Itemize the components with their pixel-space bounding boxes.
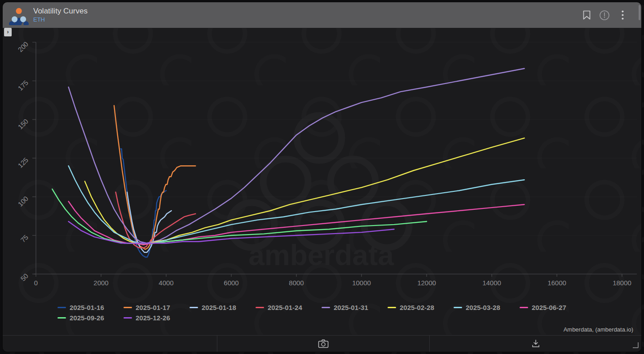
- legend-swatch: [322, 307, 330, 308]
- legend-item-2025-01-31[interactable]: 2025-01-31: [322, 302, 388, 313]
- legend-item-2025-09-26[interactable]: 2025-09-26: [57, 313, 124, 323]
- x-tick-label: 14000: [482, 279, 501, 287]
- bookmark-button[interactable]: [578, 6, 595, 24]
- header-titles: Volatility Curves ETH: [33, 7, 88, 23]
- y-tick-label: 75: [19, 233, 30, 244]
- watermark-text: amberdata: [248, 239, 394, 271]
- legend-label: 2025-03-28: [466, 304, 500, 311]
- legend-swatch: [124, 317, 132, 319]
- legend-label: 2025-01-31: [334, 304, 368, 311]
- x-tick-label: 16000: [547, 279, 566, 287]
- alert-button[interactable]: [595, 6, 613, 24]
- card-header: Volatility Curves ETH: [3, 2, 641, 28]
- x-tick-label: 4000: [159, 279, 173, 287]
- toolbar-cell-empty[interactable]: [3, 336, 217, 352]
- x-tick-label: 12000: [417, 279, 436, 287]
- chart-card: Volatility Curves ETH: [3, 2, 641, 352]
- amberdata-logo-icon: [9, 5, 29, 25]
- y-tick-label: 100: [16, 195, 30, 208]
- legend-item-2025-01-16[interactable]: 2025-01-16: [57, 302, 124, 313]
- legend-label: 2025-02-28: [400, 304, 434, 311]
- legend-swatch: [454, 307, 462, 308]
- x-tick-label: 8000: [289, 279, 304, 287]
- legend-label: 2025-01-24: [268, 304, 302, 311]
- watermark: amberdata: [229, 115, 409, 271]
- download-button[interactable]: [429, 336, 641, 352]
- y-tick-label: 200: [16, 40, 30, 53]
- legend-item-2025-06-27[interactable]: 2025-06-27: [520, 302, 586, 313]
- legend-label: 2025-09-26: [70, 314, 104, 322]
- scrollbar-thumb[interactable]: [639, 5, 640, 20]
- legend-swatch: [57, 317, 66, 319]
- page-title: Volatility Curves: [33, 7, 88, 16]
- x-tick-label: 10000: [352, 279, 371, 287]
- attribution-text: Amberdata, (amberdata.io): [564, 326, 633, 333]
- legend-item-2025-01-17[interactable]: 2025-01-17: [124, 302, 190, 313]
- legend-label: 2025-01-16: [70, 304, 104, 311]
- legend-label: 2025-06-27: [532, 304, 566, 311]
- legend-label: 2025-01-17: [136, 304, 170, 311]
- x-tick-label: 6000: [224, 279, 238, 287]
- bottom-toolbar: [3, 335, 641, 352]
- legend-item-2025-03-28[interactable]: 2025-03-28: [454, 302, 520, 313]
- camera-icon: [318, 339, 329, 348]
- y-tick-label: 50: [19, 272, 30, 283]
- panel-expander-button[interactable]: ›: [4, 28, 12, 36]
- download-icon: [531, 339, 540, 348]
- x-tick-label: 18000: [613, 279, 631, 287]
- y-tick-label: 125: [16, 156, 30, 169]
- bookmark-icon: [583, 10, 591, 20]
- legend-swatch: [57, 307, 66, 308]
- legend-swatch: [388, 307, 396, 308]
- y-tick-label: 150: [16, 117, 30, 131]
- legend-label: 2025-01-18: [202, 304, 236, 311]
- more-options-button[interactable]: [613, 6, 631, 24]
- x-tick-label: 2000: [93, 279, 108, 287]
- legend-label: 2025-12-26: [136, 314, 170, 322]
- asset-subtitle: ETH: [33, 17, 88, 23]
- y-tick-label: 175: [16, 79, 30, 92]
- screenshot-button[interactable]: [217, 336, 429, 352]
- legend-swatch: [256, 307, 264, 308]
- resize-corner-icon[interactable]: [632, 342, 639, 348]
- legend-item-2025-12-26[interactable]: 2025-12-26: [124, 313, 190, 323]
- chart-legend: 2025-01-162025-01-172025-01-182025-01-24…: [57, 302, 640, 323]
- legend-swatch: [124, 307, 132, 308]
- page-background: Volatility Curves ETH: [0, 0, 644, 354]
- alert-circle-icon: [599, 10, 610, 21]
- legend-item-2025-02-28[interactable]: 2025-02-28: [388, 302, 454, 313]
- kebab-menu-icon: [622, 10, 624, 20]
- chevron-right-icon: ›: [7, 29, 9, 35]
- legend-swatch: [520, 307, 528, 308]
- legend-swatch: [190, 307, 198, 308]
- legend-item-2025-01-18[interactable]: 2025-01-18: [190, 302, 256, 313]
- volatility-curves-plot: amberdata0200040006000800010000120001400…: [3, 2, 641, 337]
- x-tick-label: 0: [34, 279, 38, 287]
- legend-item-2025-01-24[interactable]: 2025-01-24: [256, 302, 322, 313]
